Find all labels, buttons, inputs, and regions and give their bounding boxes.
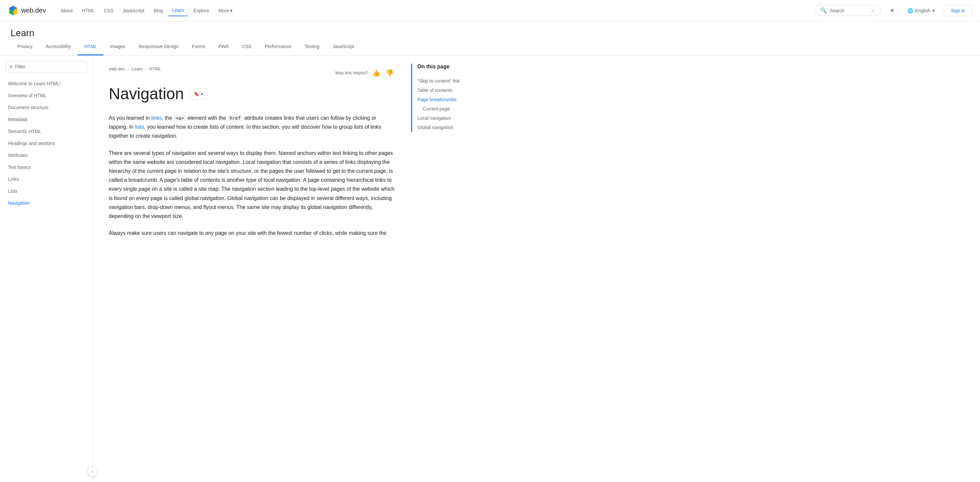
breadcrumb-webdev[interactable]: web.dev [109,66,125,71]
logo-icon [8,5,19,16]
breadcrumb-html[interactable]: HTML [149,66,161,71]
learn-header-section: Learn [0,21,980,38]
toc-item-breadcrumbs: Page breadcrumbs [417,95,497,104]
nav-links: About HTML CSS JavaScript Blog Learn Exp… [57,5,815,16]
filter-bar[interactable]: ≡ Filter [5,61,87,72]
sidebar-nav: Welcome to Learn HTML! Overview of HTML … [0,78,92,209]
globe-icon: 🌐 [907,8,913,13]
helpful-label: Was this helpful? [335,70,368,75]
nav-right-section: 🔍 Search / ☀ 🌐 English ▾ Sign in [815,5,972,17]
right-sidebar: On this page "Skip to content" link Tabl… [411,56,497,482]
content-body: As you learned in links, the <a> element… [109,113,395,238]
logo[interactable]: web.dev [8,5,46,16]
chevron-down-icon: ▾ [932,8,935,13]
nav-explore[interactable]: Explore [189,5,213,16]
toc-link-global[interactable]: Global navigation [417,125,497,130]
sign-in-button[interactable]: Sign in [944,5,972,16]
toc-list: "Skip to content" link Table of contents… [417,76,497,132]
filter-icon: ≡ [10,64,12,69]
learn-header: Learn [11,28,969,38]
sun-icon: ☀ [889,7,895,14]
toc-link-skip[interactable]: "Skip to content" link [417,78,497,84]
filter-label: Filter [15,64,25,69]
page-title: Navigation [109,85,184,103]
sidebar-collapse-button[interactable]: ‹ [87,466,98,477]
bookmark-icon: 🔖 [194,91,199,97]
paragraph-3: Always make sure users can navigate to a… [109,228,395,238]
toc-item-toc: Table of contents [417,86,497,95]
language-label: English [915,8,930,13]
search-shortcut: / [870,8,875,14]
nav-more[interactable]: More ▾ [215,5,237,16]
thumbs-up-icon: 👍 [372,69,380,77]
sidebar-item-text-basics[interactable]: Text basics [0,161,92,173]
nav-about[interactable]: About [57,5,77,16]
tab-testing[interactable]: Testing [298,38,326,56]
sidebar-item-navigation[interactable]: Navigation [0,197,92,209]
thumbs-up-button[interactable]: 👍 [371,68,382,78]
sidebar-item-headings[interactable]: Headings and sections [0,137,92,149]
tab-responsive-design[interactable]: Responsive Design [132,38,185,56]
sidebar-item-attributes[interactable]: Attributes [0,149,92,161]
lists-link[interactable]: lists [135,124,144,130]
thumbs-down-button[interactable]: 👎 [384,68,395,78]
tab-forms[interactable]: Forms [185,38,212,56]
code-a-tag: <a> [174,115,186,121]
tab-html[interactable]: HTML [78,38,103,56]
sidebar-item-overview[interactable]: Overview of HTML [0,89,92,102]
toc-item-skip: "Skip to content" link [417,76,497,86]
toc-link-local[interactable]: Local navigation [417,115,497,121]
sidebar-item-welcome[interactable]: Welcome to Learn HTML! [0,78,92,89]
search-box[interactable]: 🔍 Search / [815,5,881,16]
links-link[interactable]: links [151,115,162,121]
on-this-page-title: On this page [417,64,497,70]
breadcrumb-sep-1: › [127,66,129,71]
paragraph-1: As you learned in links, the <a> element… [109,113,395,140]
breadcrumb: web.dev › Learn › HTML [109,66,161,71]
chevron-left-icon: ‹ [92,469,93,474]
sidebar-item-document[interactable]: Document structure [0,102,92,113]
nav-blog[interactable]: Blog [150,5,167,16]
search-icon: 🔍 [820,7,827,14]
bookmark-button[interactable]: 🔖 ▾ [189,88,207,99]
tab-performance[interactable]: Performance [258,38,298,56]
toc-link-current[interactable]: Current page [423,106,497,112]
sidebar-item-metadata[interactable]: Metadata [0,113,92,125]
sidebar-item-lists[interactable]: Lists [0,185,92,197]
paragraph-2: There are several types of navigation an… [109,148,395,221]
tab-css[interactable]: CSS [235,38,258,56]
page-title-row: Navigation 🔖 ▾ [109,85,395,103]
on-this-page-section: On this page "Skip to content" link Tabl… [411,64,497,132]
toc-item-local: Local navigation [417,113,497,123]
toc-item-current: Current page [417,104,497,113]
sidebar-item-semantic[interactable]: Semantic HTML [0,125,92,137]
main-content: web.dev › Learn › HTML Was this helpful?… [93,56,411,482]
nav-learn[interactable]: Learn [168,5,188,16]
breadcrumb-learn[interactable]: Learn [132,66,143,71]
code-href: href [228,115,243,121]
breadcrumb-sep-2: › [145,66,146,71]
tab-accessibility[interactable]: Accessibility [39,38,78,56]
helpful-section: Was this helpful? 👍 👎 [335,68,395,78]
nav-html[interactable]: HTML [78,5,99,16]
main-layout: ≡ Filter Welcome to Learn HTML! Overview… [0,56,980,482]
thumbs-down-icon: 👎 [385,69,394,77]
toc-item-global: Global navigation [417,123,497,132]
logo-text: web.dev [21,6,46,14]
theme-toggle-button[interactable]: ☀ [886,5,898,17]
toc-link-breadcrumbs[interactable]: Page breadcrumbs [417,97,497,102]
tab-javascript[interactable]: JavaScript [326,38,361,56]
language-button[interactable]: 🌐 English ▾ [904,6,939,15]
nav-javascript[interactable]: JavaScript [119,5,148,16]
category-tabs: Privacy Accessibility HTML Images Respon… [0,38,980,56]
tab-pwa[interactable]: PWA [212,38,235,56]
search-placeholder: Search [829,8,868,13]
sidebar: ≡ Filter Welcome to Learn HTML! Overview… [0,56,93,482]
top-navigation: web.dev About HTML CSS JavaScript Blog L… [0,0,980,21]
tab-images[interactable]: Images [103,38,132,56]
tab-privacy[interactable]: Privacy [11,38,39,56]
toc-link-toc[interactable]: Table of contents [417,88,497,93]
bookmark-chevron: ▾ [200,91,203,97]
nav-css[interactable]: CSS [100,5,117,16]
sidebar-item-links[interactable]: Links [0,173,92,185]
